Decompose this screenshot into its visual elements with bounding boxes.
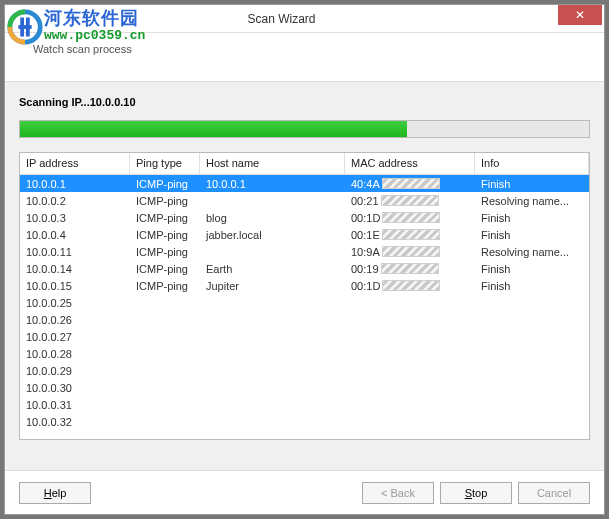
cell xyxy=(200,404,345,406)
cell: 10.0.0.26 xyxy=(20,313,130,327)
mac-obscured-icon xyxy=(382,178,440,189)
progress-fill xyxy=(20,121,407,137)
cell xyxy=(475,370,589,372)
cell: 10.0.0.14 xyxy=(20,262,130,276)
table-row[interactable]: 10.0.0.28 xyxy=(20,345,589,362)
back-button[interactable]: < Back xyxy=(362,482,434,504)
table-row[interactable]: 10.0.0.1ICMP-ping10.0.0.140:4AFinish xyxy=(20,175,589,192)
cell: ICMP-ping xyxy=(130,228,200,242)
cell: ICMP-ping xyxy=(130,177,200,191)
cell-mac: 40:4A xyxy=(345,177,475,191)
table-header: IP address Ping type Host name MAC addre… xyxy=(20,153,589,175)
table-row[interactable]: 10.0.0.11ICMP-ping10:9AResolving name... xyxy=(20,243,589,260)
cell: 10.0.0.27 xyxy=(20,330,130,344)
cell: Finish xyxy=(475,279,589,293)
cell-mac: 00:19 xyxy=(345,262,475,276)
cancel-button[interactable]: Cancel xyxy=(518,482,590,504)
cell xyxy=(475,421,589,423)
wizard-window: Scan Wizard ✕ Watch scan process Scannin… xyxy=(4,4,605,515)
col-mac[interactable]: MAC address xyxy=(345,153,475,174)
cell-mac xyxy=(345,421,475,423)
table-row[interactable]: 10.0.0.26 xyxy=(20,311,589,328)
cell xyxy=(475,404,589,406)
cell-mac: 10:9A xyxy=(345,245,475,259)
cell-mac: 00:1D xyxy=(345,211,475,225)
cell-mac xyxy=(345,302,475,304)
cell: 10.0.0.28 xyxy=(20,347,130,361)
cell: 10.0.0.15 xyxy=(20,279,130,293)
col-host[interactable]: Host name xyxy=(200,153,345,174)
table-row[interactable]: 10.0.0.30 xyxy=(20,379,589,396)
cell-mac xyxy=(345,387,475,389)
cell: blog xyxy=(200,211,345,225)
cell xyxy=(130,370,200,372)
mac-obscured-icon xyxy=(381,195,439,206)
table-row[interactable]: 10.0.0.3ICMP-pingblog00:1DFinish xyxy=(20,209,589,226)
cell: Finish xyxy=(475,228,589,242)
cell: Finish xyxy=(475,262,589,276)
table-row[interactable]: 10.0.0.4ICMP-pingjabber.local00:1EFinish xyxy=(20,226,589,243)
stop-button[interactable]: Stop xyxy=(440,482,512,504)
results-table: IP address Ping type Host name MAC addre… xyxy=(19,152,590,440)
cell: Finish xyxy=(475,177,589,191)
cell xyxy=(200,387,345,389)
cell xyxy=(130,302,200,304)
watermark-logo xyxy=(6,8,44,46)
cell: jabber.local xyxy=(200,228,345,242)
cell-mac xyxy=(345,370,475,372)
table-row[interactable]: 10.0.0.27 xyxy=(20,328,589,345)
cell-mac xyxy=(345,336,475,338)
table-row[interactable]: 10.0.0.25 xyxy=(20,294,589,311)
cell-mac xyxy=(345,353,475,355)
cell: 10.0.0.29 xyxy=(20,364,130,378)
cell xyxy=(200,353,345,355)
cell-mac: 00:1E xyxy=(345,228,475,242)
cell xyxy=(475,319,589,321)
mac-obscured-icon xyxy=(382,280,440,291)
cell xyxy=(130,353,200,355)
cell xyxy=(200,302,345,304)
close-button[interactable]: ✕ xyxy=(558,5,602,25)
cell xyxy=(200,319,345,321)
cell xyxy=(200,336,345,338)
mac-obscured-icon xyxy=(381,263,439,274)
col-info[interactable]: Info xyxy=(475,153,589,174)
table-row[interactable]: 10.0.0.29 xyxy=(20,362,589,379)
cell: 10.0.0.3 xyxy=(20,211,130,225)
cell: Finish xyxy=(475,211,589,225)
help-button[interactable]: Help xyxy=(19,482,91,504)
cell xyxy=(200,251,345,253)
cell: 10.0.0.11 xyxy=(20,245,130,259)
mac-obscured-icon xyxy=(382,246,440,257)
progress-bar xyxy=(19,120,590,138)
cell: 10.0.0.32 xyxy=(20,415,130,429)
cell: 10.0.0.30 xyxy=(20,381,130,395)
cell: ICMP-ping xyxy=(130,262,200,276)
cell: 10.0.0.31 xyxy=(20,398,130,412)
table-row[interactable]: 10.0.0.14ICMP-pingEarth00:19Finish xyxy=(20,260,589,277)
cell: Earth xyxy=(200,262,345,276)
cell: 10.0.0.25 xyxy=(20,296,130,310)
cell xyxy=(475,353,589,355)
table-body[interactable]: 10.0.0.1ICMP-ping10.0.0.140:4AFinish10.0… xyxy=(20,175,589,439)
cell: ICMP-ping xyxy=(130,211,200,225)
watermark-text: 河东软件园 www.pc0359.cn xyxy=(44,6,145,43)
table-row[interactable]: 10.0.0.15ICMP-pingJupiter00:1DFinish xyxy=(20,277,589,294)
table-row[interactable]: 10.0.0.31 xyxy=(20,396,589,413)
col-ping[interactable]: Ping type xyxy=(130,153,200,174)
scan-status: Scanning IP...10.0.0.10 xyxy=(19,96,590,108)
cell: ICMP-ping xyxy=(130,279,200,293)
cell: 10.0.0.2 xyxy=(20,194,130,208)
cell xyxy=(475,302,589,304)
table-row[interactable]: 10.0.0.32 xyxy=(20,413,589,430)
table-row[interactable]: 10.0.0.2ICMP-ping00:21Resolving name... xyxy=(20,192,589,209)
cell xyxy=(475,387,589,389)
wizard-content: Scanning IP...10.0.0.10 IP address Ping … xyxy=(5,81,604,471)
cell-mac: 00:21 xyxy=(345,194,475,208)
watermark-url: www.pc0359.cn xyxy=(44,28,145,43)
cell xyxy=(200,200,345,202)
cell: 10.0.0.1 xyxy=(200,177,345,191)
col-ip[interactable]: IP address xyxy=(20,153,130,174)
cell xyxy=(130,336,200,338)
watermark-name: 河东软件园 xyxy=(44,6,145,30)
